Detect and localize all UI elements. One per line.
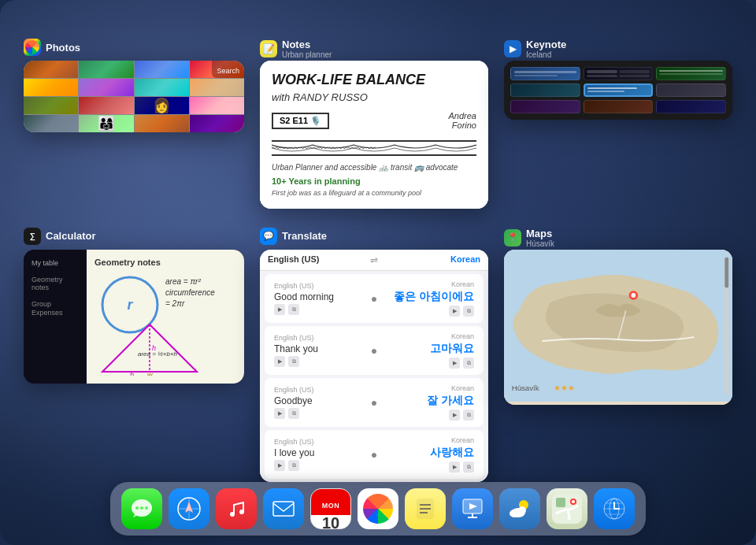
translate-copy-2[interactable]: ⧉: [288, 356, 299, 367]
translate-icons-2: ▶ ⧉: [274, 356, 366, 367]
notes-card-wrapper: 📝 Notes Urban planner WORK-LIFE BALANCE …: [260, 35, 488, 209]
dock-music-icon[interactable]: [216, 488, 257, 529]
svg-rect-14: [724, 257, 728, 287]
translate-play-1[interactable]: ▶: [274, 304, 285, 315]
translate-play-kr-3[interactable]: ▶: [449, 410, 460, 421]
translate-card[interactable]: English (US) ⇌ Korean English (US) Good …: [260, 250, 488, 482]
dock-weather-icon[interactable]: [499, 488, 540, 529]
maps-card[interactable]: Húsavík ★★★: [504, 250, 732, 405]
keynote-slide-7: [510, 100, 580, 113]
dock-world-icon[interactable]: [594, 488, 635, 529]
translate-copy-kr-3[interactable]: ⧉: [463, 410, 474, 421]
keynote-slide-1: [510, 67, 580, 80]
keynote-app-name: Keynote: [526, 39, 566, 50]
keynote-slide-6: [656, 83, 726, 97]
calendar-date: 10: [322, 515, 339, 529]
app-switcher-grid: Photos 👩: [24, 35, 732, 458]
notes-title: WORK-LIFE BALANCE: [272, 72, 476, 88]
svg-text:b: b: [130, 371, 134, 376]
dock-safari-icon[interactable]: [169, 488, 209, 529]
notes-with-label: with RANDY RUSSO: [272, 91, 476, 103]
world-clock-icon: [601, 495, 628, 522]
translate-right-4: Korean 사랑해요 ▶ ⧉: [382, 436, 474, 473]
translate-text-kr-3: 잘 가세요: [382, 394, 474, 408]
notes-icon: [413, 497, 437, 521]
notes-card[interactable]: WORK-LIFE BALANCE with RANDY RUSSO S2 E1…: [260, 61, 488, 209]
dock-mail-icon[interactable]: [263, 488, 304, 529]
calc-formula-circ: circumference: [165, 288, 215, 297]
notes-description: Urban Planner and accessible 🚲 transit 🚌…: [272, 162, 476, 173]
translate-icons-4: ▶ ⧉: [274, 460, 366, 471]
translate-copy-3[interactable]: ⧉: [288, 408, 299, 419]
translate-icons-kr-2: ▶ ⧉: [382, 358, 474, 369]
calendar-inner: MON 10: [311, 488, 350, 529]
calc-triangle-svg: h b area = ½×b×h w: [98, 321, 201, 376]
ipad-screen: Photos 👩: [0, 0, 756, 545]
photo-thumb-11: 👩: [135, 97, 189, 114]
translate-play-kr-4[interactable]: ▶: [449, 462, 460, 473]
translate-dot-3: ●: [366, 396, 382, 409]
safari-icon: [176, 495, 202, 522]
keynote-app-icon: ▶: [504, 40, 521, 57]
dock-photos-icon[interactable]: [358, 488, 398, 529]
maps-content: Húsavík ★★★: [504, 250, 732, 405]
keynote-card[interactable]: [504, 61, 732, 120]
photo-thumb-16: [190, 115, 244, 132]
maps-svg: Húsavík ★★★: [504, 250, 732, 402]
translate-left-1: English (US) Good morning ▶ ⧉: [274, 282, 366, 315]
translate-play-kr-1[interactable]: ▶: [449, 306, 460, 317]
translate-left-3: English (US) Goodbye ▶ ⧉: [274, 386, 366, 419]
translate-copy-1[interactable]: ⧉: [288, 304, 299, 315]
translate-play-2[interactable]: ▶: [274, 356, 285, 367]
svg-text:area = ½×b×h: area = ½×b×h: [138, 350, 178, 358]
translate-icons-kr-4: ▶ ⧉: [382, 462, 474, 473]
notes-person-name: AndreaForino: [449, 111, 476, 130]
notes-subtitle: Urban planner: [282, 50, 332, 59]
translate-copy-4[interactable]: ⧉: [288, 460, 299, 471]
keynote-slide-8: [584, 100, 654, 113]
music-icon: [224, 497, 248, 521]
translate-copy-kr-1[interactable]: ⧉: [463, 306, 474, 317]
translate-play-3[interactable]: ▶: [274, 408, 285, 419]
keynote-slide-4: [510, 83, 580, 97]
translate-label-kr-1: Korean: [382, 280, 474, 288]
svg-text:w: w: [147, 371, 153, 376]
photos-wheel-icon: [363, 494, 393, 524]
dock-maps-icon[interactable]: [547, 488, 587, 529]
svg-point-25: [239, 510, 244, 514]
translate-app-name: Translate: [282, 230, 327, 242]
calculator-card-wrapper: ∑ Calculator My table Geometrynotes Grou…: [24, 224, 244, 482]
dock-messages-icon[interactable]: [121, 488, 162, 529]
translate-text-kr-2: 고마워요: [382, 342, 474, 356]
photo-thumb-10: [79, 97, 133, 114]
translate-right-2: Korean 고마워요 ▶ ⧉: [382, 332, 474, 369]
translate-copy-kr-4[interactable]: ⧉: [463, 462, 474, 473]
dock-notes-icon[interactable]: [405, 488, 446, 529]
keynote-icon: [459, 495, 486, 522]
calc-note-title: Geometry notes: [94, 258, 236, 267]
translate-right-3: Korean 잘 가세요 ▶ ⧉: [382, 384, 474, 421]
photo-thumb-6: [79, 79, 133, 96]
translate-row-2: English (US) Thank you ▶ ⧉ ● Korean 고마워요: [265, 326, 484, 375]
translate-play-4[interactable]: ▶: [274, 460, 285, 471]
maps-card-wrapper: 📍 Maps Húsavík: [504, 224, 732, 482]
translate-copy-kr-2[interactable]: ⧉: [463, 358, 474, 369]
calculator-app-name: Calculator: [46, 230, 96, 242]
translate-play-kr-2[interactable]: ▶: [449, 358, 460, 369]
calculator-card[interactable]: My table Geometrynotes GroupExpenses Geo…: [24, 250, 244, 384]
dock-calendar-icon[interactable]: MON 10: [310, 488, 351, 529]
calendar-day: MON: [322, 502, 340, 510]
svg-point-18: [145, 506, 148, 510]
translate-swap-icon[interactable]: ⇌: [370, 254, 378, 265]
dock-keynote-icon[interactable]: [452, 488, 493, 529]
translate-content: English (US) ⇌ Korean English (US) Good …: [260, 250, 488, 482]
translate-label-en-2: English (US): [274, 334, 366, 342]
calculator-app-icon: ∑: [24, 228, 41, 245]
translate-icons-1: ▶ ⧉: [274, 304, 366, 315]
calc-sidebar: My table Geometrynotes GroupExpenses: [24, 250, 87, 384]
translate-card-wrapper: 💬 Translate English (US) ⇌ Korean Englis…: [260, 224, 488, 482]
photo-thumb-15: [135, 115, 189, 132]
calc-content: My table Geometrynotes GroupExpenses Geo…: [24, 250, 244, 384]
svg-point-37: [510, 510, 519, 517]
photos-card[interactable]: 👩 👨‍👩‍👧 Search: [24, 61, 244, 132]
